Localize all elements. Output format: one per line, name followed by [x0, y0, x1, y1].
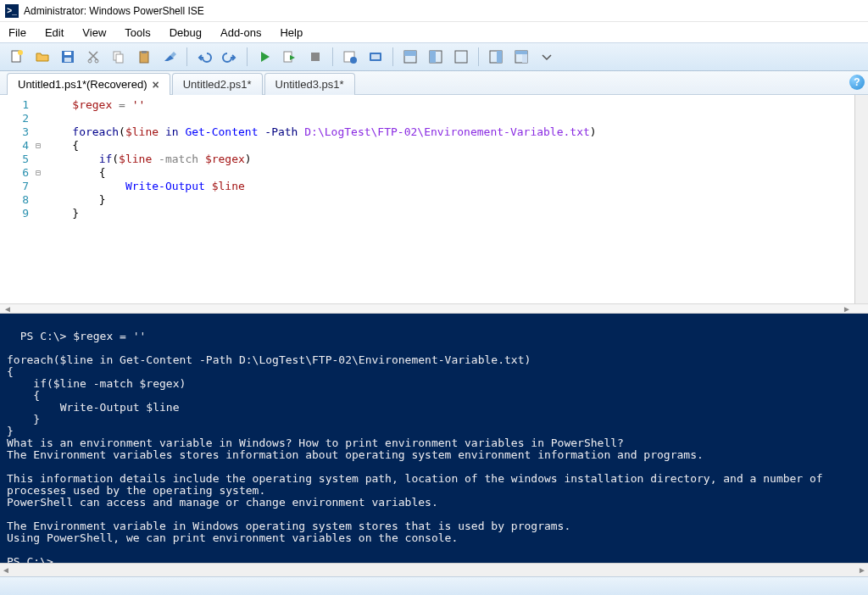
breakpoint-icon[interactable]: [338, 46, 362, 68]
paste-icon[interactable]: [132, 46, 156, 68]
toolbar-separator: [478, 47, 479, 66]
close-icon[interactable]: ×: [152, 79, 159, 91]
show-command-addon-icon[interactable]: [484, 46, 508, 68]
svg-rect-16: [371, 54, 380, 59]
run-script-icon[interactable]: [253, 46, 276, 68]
menu-file[interactable]: File: [0, 25, 35, 41]
menu-debug[interactable]: Debug: [161, 25, 210, 41]
toolbar-separator: [332, 47, 333, 66]
remote-icon[interactable]: [364, 46, 387, 68]
menu-add-ons[interactable]: Add-ons: [212, 25, 270, 41]
tab-2[interactable]: Untitled3.ps1*: [264, 73, 355, 95]
svg-point-14: [350, 57, 357, 64]
editor-horizontal-scrollbar[interactable]: ◄ ►: [0, 303, 868, 314]
show-script-pane-right-icon[interactable]: [424, 46, 448, 68]
copy-icon[interactable]: [107, 46, 131, 68]
app-icon: >_: [5, 4, 19, 18]
tab-0[interactable]: Untitled1.ps1*(Recovered)×: [7, 73, 170, 95]
svg-point-1: [18, 50, 23, 55]
scroll-left-icon[interactable]: ◄: [3, 304, 12, 314]
show-script-pane-top-icon[interactable]: [398, 46, 422, 68]
clear-icon[interactable]: [158, 46, 181, 68]
show-command-window-icon[interactable]: [509, 46, 533, 68]
scroll-right-icon[interactable]: ►: [858, 565, 866, 575]
svg-rect-10: [142, 51, 147, 53]
svg-rect-8: [116, 54, 123, 63]
line-number-gutter: 123456789: [0, 95, 32, 303]
svg-rect-12: [311, 53, 320, 61]
menu-view[interactable]: View: [74, 25, 114, 41]
menu-edit[interactable]: Edit: [36, 25, 72, 41]
overflow-icon[interactable]: [535, 46, 559, 68]
svg-rect-18: [404, 51, 416, 56]
save-icon[interactable]: [56, 46, 80, 68]
svg-rect-25: [515, 51, 527, 54]
scroll-left-icon[interactable]: ◄: [2, 565, 10, 575]
undo-icon[interactable]: [192, 46, 216, 68]
svg-rect-3: [64, 52, 71, 55]
console-horizontal-scrollbar[interactable]: ◄ ►: [0, 563, 868, 576]
toolbar-separator: [392, 47, 393, 66]
menu-bar: FileEditViewToolsDebugAdd-onsHelp: [0, 22, 868, 42]
new-file-icon[interactable]: [5, 46, 29, 68]
stop-icon[interactable]: [303, 46, 327, 68]
tab-label: Untitled1.ps1*(Recovered): [18, 78, 147, 91]
script-editor[interactable]: 123456789 ⊟⊟ $regex = '' foreach($line i…: [0, 95, 868, 303]
svg-rect-21: [455, 51, 467, 63]
fold-gutter[interactable]: ⊟⊟: [32, 95, 44, 303]
tab-label: Untitled2.ps1*: [183, 78, 252, 91]
tab-bar: Untitled1.ps1*(Recovered)×Untitled2.ps1*…: [0, 71, 868, 95]
code-area[interactable]: $regex = '' foreach($line in Get-Content…: [44, 95, 868, 303]
svg-rect-26: [522, 54, 527, 63]
svg-rect-23: [497, 51, 502, 63]
cut-icon[interactable]: [81, 46, 105, 68]
show-script-pane-max-icon[interactable]: [449, 46, 473, 68]
svg-rect-20: [430, 51, 436, 63]
title-bar: >_ Administrator: Windows PowerShell ISE: [0, 0, 868, 22]
tab-1[interactable]: Untitled2.ps1*: [172, 73, 263, 95]
help-icon[interactable]: ?: [849, 75, 865, 90]
svg-rect-4: [64, 58, 71, 62]
status-bar: [0, 576, 868, 595]
redo-icon[interactable]: [218, 46, 242, 68]
scroll-right-icon[interactable]: ►: [843, 304, 851, 314]
run-selection-icon[interactable]: [278, 46, 302, 68]
toolbar-separator: [247, 47, 248, 66]
console-output: PS C:\> $regex = '' foreach($line in Get…: [7, 330, 830, 563]
tab-label: Untitled3.ps1*: [275, 78, 344, 91]
console-pane[interactable]: PS C:\> $regex = '' foreach($line in Get…: [0, 314, 868, 563]
toolbar: [0, 42, 868, 71]
toolbar-separator: [186, 47, 187, 66]
window-title: Administrator: Windows PowerShell ISE: [24, 5, 204, 17]
editor-vertical-scrollbar[interactable]: [854, 95, 868, 303]
menu-tools[interactable]: Tools: [116, 25, 159, 41]
menu-help[interactable]: Help: [271, 25, 311, 41]
open-file-icon[interactable]: [31, 46, 54, 68]
